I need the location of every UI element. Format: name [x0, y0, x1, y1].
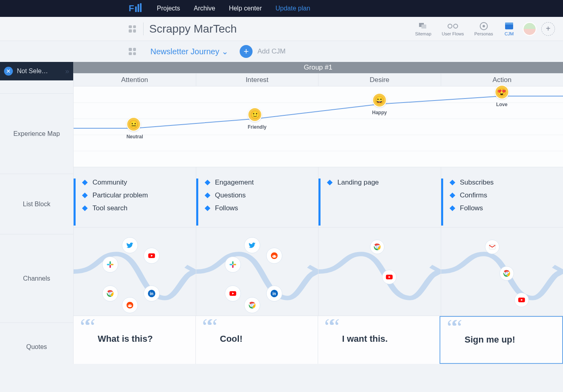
list-block-cell[interactable]: SubscribesConfirmsFollows: [441, 167, 563, 227]
chrome-icon[interactable]: [499, 266, 514, 281]
quote-icon: ““: [325, 322, 336, 332]
list-item: Confirms: [450, 191, 559, 199]
list-item: Landing page: [328, 179, 437, 187]
list-item: Community: [83, 179, 192, 187]
add-cjm-label: Add CJM: [257, 47, 286, 55]
quote-text: Sign me up!: [464, 335, 555, 345]
bullet-icon: [204, 205, 210, 211]
slack-icon[interactable]: [102, 257, 118, 273]
nav-projects[interactable]: Projects: [157, 5, 180, 12]
svg-point-28: [273, 256, 273, 257]
module-label: Personas: [475, 31, 493, 36]
linkedin-icon[interactable]: in: [144, 285, 160, 302]
quote-icon: ““: [447, 322, 458, 333]
list-item: Follows: [450, 204, 559, 212]
add-user-button[interactable]: +: [541, 22, 555, 36]
module-label: Sitemap: [415, 31, 431, 36]
experience-map-cell[interactable]: 😐Neutral🙂Friendly😄Happy😍Love: [73, 86, 563, 167]
svg-rect-6: [505, 24, 513, 29]
nav-archive[interactable]: Archive: [194, 5, 215, 12]
list-item: Questions: [205, 191, 314, 199]
quote-cell[interactable]: ““I want this.: [318, 316, 440, 364]
nav-help[interactable]: Help center: [229, 5, 262, 12]
chrome-icon[interactable]: [370, 240, 384, 254]
svg-point-2: [448, 24, 452, 28]
reddit-icon[interactable]: [266, 248, 282, 264]
emoji-label: Happy: [372, 110, 387, 115]
emoji-icon: 😍: [495, 85, 509, 99]
svg-rect-23: [232, 265, 233, 268]
quote-icon: ““: [80, 322, 91, 332]
apps-icon[interactable]: [129, 25, 136, 33]
persona-label: Not Sele…: [17, 68, 48, 75]
persona-chip[interactable]: ✕ Not Sele… »: [0, 62, 73, 80]
view-grid-icon[interactable]: [129, 48, 136, 55]
channels-cell[interactable]: [441, 228, 563, 316]
avatar[interactable]: [523, 22, 536, 36]
channels-cell[interactable]: [318, 228, 441, 316]
list-block-cell[interactable]: Landing page: [318, 167, 441, 227]
quote-cell[interactable]: ““Sign me up!: [440, 316, 563, 364]
project-title: Scrappy MarTech: [143, 23, 237, 35]
list-block-cell[interactable]: EngagementQuestionsFollows: [196, 167, 318, 227]
twitter-icon[interactable]: [244, 237, 260, 253]
emoji-icon: 😐: [126, 117, 141, 131]
youtube-icon[interactable]: [144, 248, 160, 264]
svg-rect-10: [107, 264, 110, 265]
stage-header[interactable]: Interest: [196, 73, 318, 86]
reddit-icon[interactable]: [122, 297, 138, 313]
bullet-icon: [82, 193, 88, 198]
experience-point[interactable]: 😍Love: [495, 85, 509, 107]
channels-cell[interactable]: in: [196, 228, 318, 316]
svg-point-38: [376, 246, 378, 248]
list-item: Subscribes: [450, 179, 559, 187]
group-header[interactable]: Group #1: [73, 62, 563, 73]
svg-text:in: in: [150, 291, 154, 296]
list-item: Follows: [205, 204, 314, 212]
svg-point-5: [483, 25, 485, 27]
svg-rect-7: [505, 23, 513, 25]
svg-point-18: [128, 305, 129, 306]
logo: F: [129, 3, 142, 14]
journey-selector[interactable]: Newsletter Journey ⌄: [150, 47, 228, 56]
close-icon[interactable]: ✕: [4, 67, 13, 76]
quote-cell[interactable]: ““What is this?: [73, 316, 195, 364]
nav-update-plan[interactable]: Update plan: [275, 5, 310, 12]
svg-rect-8: [109, 261, 111, 265]
add-cjm-button[interactable]: +: [240, 45, 253, 58]
module-personas[interactable]: Personas: [475, 22, 493, 36]
chrome-icon[interactable]: [102, 285, 118, 302]
module-cjm[interactable]: CJM: [503, 22, 515, 36]
chevron-down-icon: ⌄: [222, 47, 228, 56]
row-header-channels: Channels: [0, 234, 73, 322]
experience-point[interactable]: 🙂Friendly: [248, 107, 267, 130]
experience-point[interactable]: 😄Happy: [372, 93, 387, 115]
experience-point[interactable]: 😐Neutral: [126, 117, 143, 140]
youtube-icon[interactable]: [382, 270, 397, 284]
gmail-icon[interactable]: [485, 240, 499, 254]
quote-cell[interactable]: ““Cool!: [195, 316, 318, 364]
svg-point-3: [454, 24, 458, 28]
twitter-icon[interactable]: [122, 237, 138, 253]
slack-icon[interactable]: [225, 257, 241, 273]
module-userflows[interactable]: User Flows: [442, 22, 464, 36]
chrome-icon[interactable]: [244, 297, 260, 313]
stage-header[interactable]: Desire: [318, 73, 441, 86]
quote-icon: ““: [202, 322, 214, 332]
cjm-subnav: Newsletter Journey ⌄ + Add CJM: [0, 41, 563, 62]
svg-point-17: [128, 304, 132, 307]
module-sitemap[interactable]: Sitemap: [415, 22, 431, 36]
youtube-icon[interactable]: [225, 285, 241, 302]
channels-cell[interactable]: in: [73, 228, 196, 316]
expand-icon[interactable]: »: [65, 67, 69, 76]
stage-header[interactable]: Action: [441, 73, 563, 86]
quote-text: I want this.: [342, 334, 433, 344]
emoji-label: Friendly: [248, 124, 267, 130]
svg-point-15: [109, 293, 111, 295]
svg-point-19: [130, 305, 131, 306]
linkedin-icon[interactable]: in: [266, 285, 282, 302]
youtube-icon[interactable]: [514, 293, 529, 307]
stage-header[interactable]: Attention: [73, 73, 196, 86]
emoji-label: Love: [495, 102, 509, 107]
list-block-cell[interactable]: CommunityParticular problemTool search: [73, 167, 196, 227]
